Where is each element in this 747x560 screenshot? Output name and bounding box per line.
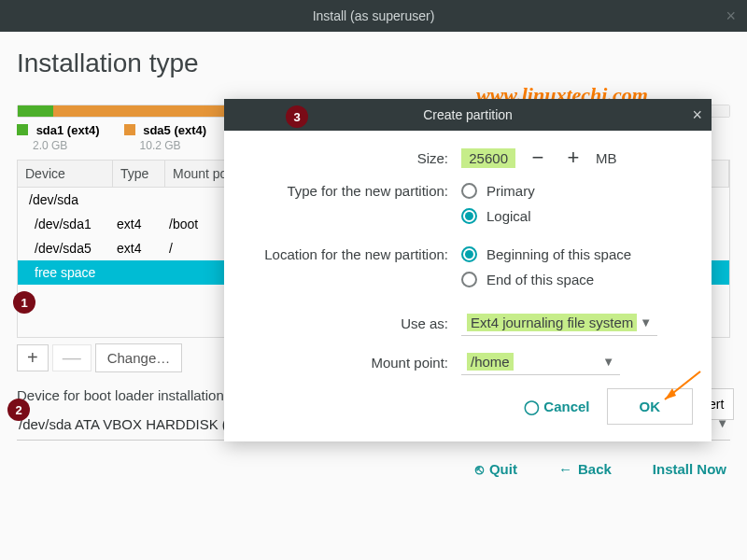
- radio-icon: [461, 208, 477, 224]
- legend-label: sda1 (ext4): [36, 123, 100, 137]
- page-title: Installation type: [17, 49, 730, 78]
- cancel-icon: ◯: [524, 399, 540, 415]
- size-label: Size:: [243, 150, 461, 166]
- change-partition-button[interactable]: Change…: [95, 343, 183, 372]
- legend-label: sda5 (ext4): [143, 123, 206, 137]
- window-titlebar: Install (as superuser) ×: [0, 0, 747, 32]
- partition-location-label: Location for the new partition:: [243, 246, 461, 262]
- legend-size: 10.2 GB: [140, 139, 207, 152]
- quit-button[interactable]: ⎋ Quit: [475, 461, 517, 477]
- back-button[interactable]: ← Back: [558, 461, 612, 477]
- annotation-badge-2: 2: [7, 399, 30, 421]
- radio-logical[interactable]: Logical: [461, 208, 531, 224]
- annotation-badge-1: 1: [13, 291, 35, 314]
- radio-icon: [461, 272, 477, 287]
- ok-button[interactable]: OK: [607, 388, 694, 425]
- create-partition-dialog: Create partition × Size: 25600 − + MB Ty…: [224, 99, 712, 441]
- size-increment-button[interactable]: +: [560, 146, 586, 170]
- use-as-value: Ext4 journaling file system: [467, 314, 637, 331]
- radio-begin[interactable]: Beginning of this space: [461, 246, 631, 262]
- legend-size: 2.0 GB: [33, 139, 100, 152]
- bar-seg-sda5: [53, 105, 252, 117]
- add-partition-button[interactable]: +: [17, 344, 49, 371]
- radio-icon: [461, 183, 477, 199]
- remove-partition-button[interactable]: —: [52, 344, 92, 371]
- use-as-select[interactable]: Ext4 journaling file system ▼: [461, 310, 657, 336]
- size-input[interactable]: 25600: [461, 148, 515, 168]
- arrow-left-icon: ←: [558, 461, 572, 477]
- bar-seg-sda1: [18, 105, 53, 117]
- annotation-badge-3: 3: [286, 105, 308, 128]
- col-type: Type: [113, 161, 165, 187]
- swatch-icon: [124, 124, 135, 135]
- swatch-icon: [17, 124, 28, 135]
- radio-icon: [461, 246, 477, 262]
- legend-item-sda1: sda1 (ext4) 2.0 GB: [17, 123, 100, 152]
- size-unit: MB: [596, 150, 617, 166]
- use-as-label: Use as:: [243, 315, 461, 331]
- dialog-close-icon[interactable]: ×: [692, 105, 702, 125]
- mount-point-label: Mount point:: [243, 355, 461, 371]
- wizard-footer: ⎋ Quit ← Back Install Now: [0, 450, 747, 488]
- window-title: Install (as superuser): [313, 8, 435, 23]
- chevron-down-icon: ▼: [640, 315, 652, 329]
- cancel-button[interactable]: ◯ Cancel: [524, 399, 589, 415]
- legend-item-sda5: sda5 (ext4) 10.2 GB: [124, 123, 207, 152]
- install-now-button[interactable]: Install Now: [653, 461, 726, 477]
- col-device: Device: [18, 161, 113, 187]
- mount-point-value: /home: [467, 353, 514, 371]
- mount-point-select[interactable]: /home ▼: [461, 349, 620, 375]
- dialog-title: Create partition: [423, 107, 513, 122]
- size-decrement-button[interactable]: −: [525, 146, 551, 170]
- chevron-down-icon: ▼: [602, 355, 614, 369]
- partition-type-label: Type for the new partition:: [243, 183, 461, 199]
- window-close-icon[interactable]: ×: [726, 7, 736, 26]
- radio-primary[interactable]: Primary: [461, 183, 535, 199]
- radio-end[interactable]: End of this space: [461, 272, 594, 287]
- exit-icon: ⎋: [475, 461, 484, 477]
